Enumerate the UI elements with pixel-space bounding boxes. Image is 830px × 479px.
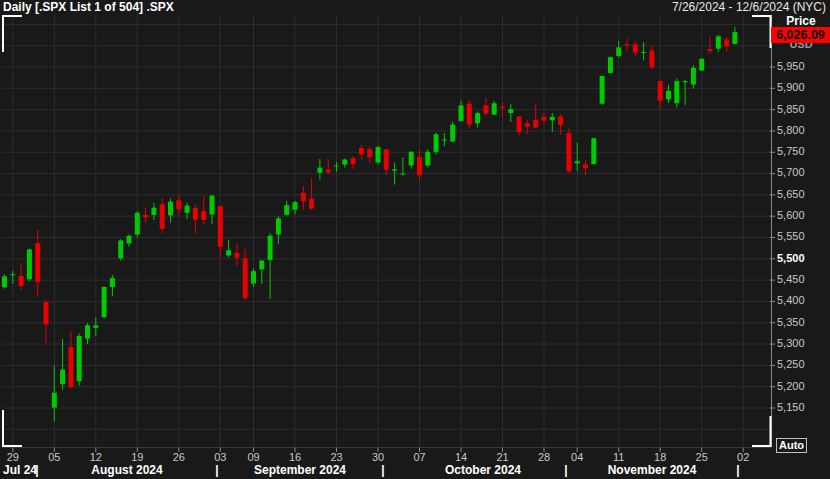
candle-body <box>127 236 132 244</box>
day-tick-label: 23 <box>330 451 342 463</box>
candle-body <box>160 204 165 229</box>
day-tick-label: 19 <box>131 451 143 463</box>
candle-body <box>649 50 654 67</box>
candle-down <box>417 149 422 179</box>
day-tick-label: 02 <box>737 451 749 463</box>
candle-down <box>558 114 563 134</box>
candle-body <box>44 302 49 324</box>
price-tick-label: 5,900 <box>777 81 805 93</box>
candle-body <box>409 152 414 166</box>
price-tick-label: 5,300 <box>777 337 805 349</box>
month-separator: | <box>736 463 739 477</box>
candle-body <box>193 208 198 220</box>
candle-down <box>193 205 198 234</box>
day-tick-label: 29 <box>7 451 19 463</box>
month-label: September 2024 <box>254 463 346 477</box>
candle-up <box>575 143 580 171</box>
candle-down <box>309 178 314 210</box>
day-tick-label: 25 <box>696 451 708 463</box>
price-tick-label: 5,800 <box>777 124 805 136</box>
time-axis[interactable]: 29051219260309162330071421280411182502Ju… <box>3 448 749 477</box>
candle-up <box>334 162 339 172</box>
candlestick-chart[interactable]: 5,9505,9005,8505,8005,7505,7005,6505,600… <box>0 0 830 479</box>
candle-down <box>542 113 547 124</box>
day-tick-label: 12 <box>90 451 102 463</box>
month-label: Jul 24 <box>3 463 37 477</box>
candle-down <box>384 149 389 175</box>
candle-body <box>732 32 737 44</box>
candle-down <box>160 198 165 233</box>
candle-up <box>52 365 57 421</box>
price-axis[interactable]: 5,9505,9005,8505,8005,7505,7005,6505,600… <box>770 60 805 413</box>
candle-down <box>19 264 24 291</box>
candle-body <box>218 206 223 247</box>
candle-down <box>467 100 472 129</box>
candle-body <box>392 169 397 170</box>
candle-up <box>732 27 737 44</box>
candle-down <box>301 186 306 210</box>
price-tick-label: 5,150 <box>777 401 805 413</box>
candle-body <box>583 165 588 168</box>
candle-body <box>450 125 455 142</box>
candle-body <box>575 161 580 163</box>
candle-body <box>77 336 82 381</box>
candle-down <box>243 249 248 300</box>
candle-up <box>459 101 464 121</box>
candle-up <box>127 235 132 247</box>
candle-up <box>608 57 613 73</box>
candle-body <box>151 208 156 215</box>
candle-down <box>143 208 148 223</box>
candle-up <box>450 122 455 142</box>
candle-down <box>658 80 663 108</box>
candle-body <box>351 158 356 164</box>
candle-up <box>60 339 65 390</box>
candle-body <box>400 174 405 175</box>
candle-body <box>517 116 522 132</box>
candle-body <box>234 253 239 258</box>
candle-up <box>434 133 439 155</box>
candle-body <box>616 47 621 56</box>
candle-body <box>284 205 289 215</box>
candle-body <box>425 152 430 166</box>
candle-up <box>716 35 721 52</box>
candle-body <box>276 218 281 234</box>
pane-corner-brackets <box>3 16 771 446</box>
candle-body <box>118 240 123 258</box>
grid <box>2 15 771 447</box>
candle-up <box>77 333 82 385</box>
candle-up <box>27 249 32 282</box>
candle-up <box>683 80 688 106</box>
candle-body <box>326 170 331 173</box>
day-tick-label: 28 <box>538 451 550 463</box>
candle-up <box>699 58 704 72</box>
candle-down <box>625 38 630 50</box>
price-tick-label: 5,750 <box>777 145 805 157</box>
candle-down <box>583 160 588 174</box>
candle-up <box>102 287 107 319</box>
candle-down <box>326 159 331 173</box>
candle-up <box>276 216 281 244</box>
candle-body <box>724 39 729 46</box>
price-axis-title: Price <box>772 14 830 28</box>
candle-down <box>234 243 239 266</box>
candle-down <box>367 147 372 163</box>
candle-up <box>376 146 381 165</box>
price-tick-label: 5,450 <box>777 273 805 285</box>
day-tick-label: 16 <box>289 451 301 463</box>
day-tick-label: 18 <box>654 451 666 463</box>
candle-up <box>492 101 497 115</box>
candle-body <box>542 117 547 121</box>
candle-up <box>600 76 605 105</box>
candle-up <box>616 41 621 58</box>
price-tick-label: 5,350 <box>777 316 805 328</box>
candle-body <box>591 138 596 164</box>
candle-body <box>608 57 613 73</box>
auto-scale-button[interactable]: Auto <box>776 438 807 453</box>
candle-down <box>566 128 571 172</box>
candle-body <box>10 274 15 275</box>
candle-body <box>2 276 7 287</box>
candle-up <box>641 42 646 60</box>
candle-up <box>10 271 15 284</box>
candle-up <box>210 194 215 224</box>
candle-body <box>674 81 679 103</box>
